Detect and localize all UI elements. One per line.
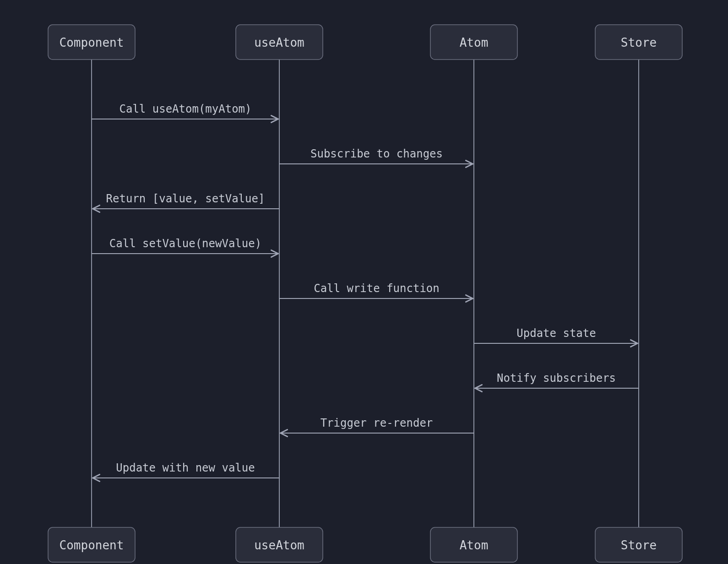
actor-store-bottom: Store (595, 527, 682, 562)
message-7: Trigger re-render (281, 417, 474, 433)
message-label: Notify subscribers (497, 372, 616, 385)
message-4: Call write function (279, 282, 472, 298)
actor-label: Atom (460, 538, 489, 552)
actor-label: Store (621, 538, 657, 552)
message-label: Return [value, setValue] (106, 192, 265, 205)
actor-component-bottom: Component (48, 527, 135, 562)
sequence-diagram: ComponentuseAtomAtomStore ComponentuseAt… (0, 0, 728, 564)
actor-useAtom-top: useAtom (236, 25, 323, 60)
message-label: Call setValue(newValue) (109, 237, 261, 250)
message-label: Update state (516, 327, 596, 340)
actor-store-top: Store (595, 25, 682, 60)
message-label: Call write function (314, 282, 440, 295)
message-label: Update with new value (116, 461, 255, 474)
message-label: Call useAtom(myAtom) (120, 103, 252, 115)
message-label: Trigger re-render (321, 417, 433, 429)
message-5: Update state (474, 327, 637, 343)
actor-atom-top: Atom (430, 25, 517, 60)
actor-label: useAtom (254, 36, 304, 49)
message-6: Notify subscribers (476, 372, 639, 388)
actor-label: useAtom (254, 538, 304, 552)
message-3: Call setValue(newValue) (92, 237, 277, 254)
actor-useAtom-bottom: useAtom (236, 527, 323, 562)
message-0: Call useAtom(myAtom) (92, 103, 277, 119)
message-2: Return [value, setValue] (93, 192, 279, 209)
actor-label: Atom (460, 36, 489, 49)
message-1: Subscribe to changes (279, 147, 472, 164)
message-8: Update with new value (93, 461, 279, 478)
actor-component-top: Component (48, 25, 135, 60)
actor-label: Component (60, 36, 124, 49)
actor-label: Store (621, 36, 657, 49)
message-label: Subscribe to changes (310, 147, 443, 160)
actor-atom-bottom: Atom (430, 527, 517, 562)
actor-label: Component (60, 538, 124, 552)
